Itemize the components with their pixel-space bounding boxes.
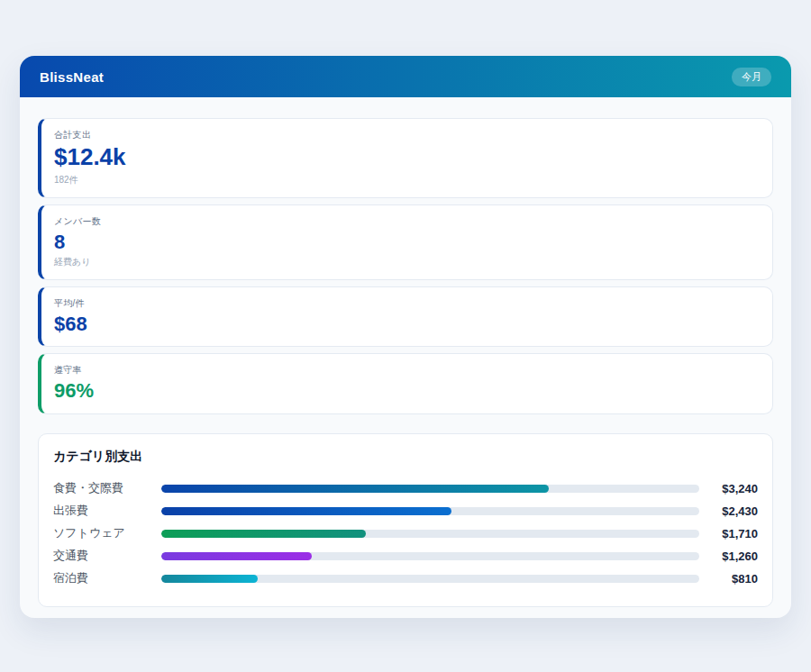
bar-fill [161,552,312,560]
stat-card-compliance-rate: 遵守率 96% [38,353,773,413]
stat-label: 平均/件 [54,297,758,310]
bar-track [161,552,699,560]
category-label: 交通費 [53,548,161,564]
bar-track [161,530,699,538]
period-badge[interactable]: 今月 [732,68,771,86]
stat-sub: 182件 [54,174,758,186]
category-value: $3,240 [708,482,758,495]
stat-label: 合計支出 [54,129,758,141]
stat-label: メンバー数 [54,215,758,228]
bar-fill [161,530,366,538]
category-row: 出張費 $2,430 [53,500,758,522]
category-row: 宿泊費 $810 [53,568,758,590]
stat-card-average-per-item: 平均/件 $68 [38,286,773,347]
category-value: $1,710 [708,527,758,540]
category-row: 食費・交際費 $3,240 [53,477,758,500]
category-label: 宿泊費 [53,570,161,586]
stat-value: $68 [54,313,758,335]
bar-fill [161,507,451,515]
bar-fill [161,485,549,493]
category-value: $2,430 [708,504,758,518]
stat-card-total-spend: 合計支出 $12.4k 182件 [38,118,773,198]
app-header: BlissNeat 今月 [20,56,791,97]
category-row: 交通費 $1,260 [53,545,758,568]
dashboard-window: BlissNeat 今月 合計支出 $12.4k 182件 メンバー数 8 経費… [20,56,791,618]
stat-value: 96% [54,379,758,402]
stat-value: 8 [54,231,758,253]
stat-label: 遵守率 [54,364,758,377]
category-card-title: カテゴリ別支出 [53,449,758,465]
app-title: BlissNeat [40,69,104,85]
category-label: 食費・交際費 [53,480,161,496]
stat-card-member-count: メンバー数 8 経費あり [38,204,773,280]
dashboard-content: 合計支出 $12.4k 182件 メンバー数 8 経費あり 平均/件 $68 遵… [20,97,791,618]
category-row: ソフトウェア $1,710 [53,522,758,545]
category-spend-card: カテゴリ別支出 食費・交際費 $3,240 出張費 $2,430 ソフトウェア … [38,433,773,607]
category-label: 出張費 [53,503,161,519]
bar-track [161,575,699,583]
bar-track [161,507,699,515]
category-label: ソフトウェア [53,525,161,541]
category-value: $810 [708,572,758,586]
stat-sub: 経費あり [54,256,758,268]
stat-value: $12.4k [54,144,758,171]
category-value: $1,260 [708,549,758,563]
bar-fill [161,575,258,583]
bar-track [161,485,699,493]
